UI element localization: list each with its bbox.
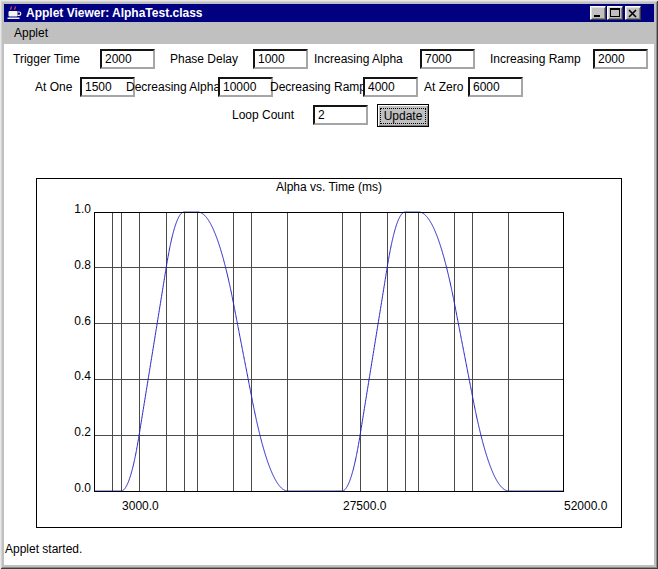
update-button[interactable]: Update [377, 104, 429, 127]
close-icon [628, 9, 638, 18]
trigger-time-field[interactable] [100, 49, 155, 69]
update-button-label: Update [381, 109, 426, 123]
close-button[interactable] [625, 6, 641, 20]
chart-gridlines [94, 212, 563, 491]
alpha-vs-time-chart: Alpha vs. Time (ms) 1.00.80.60.40.20.030… [37, 179, 621, 527]
svg-text:0.8: 0.8 [74, 258, 91, 272]
svg-text:0.0: 0.0 [74, 481, 91, 495]
maximize-icon [610, 8, 620, 18]
chart-title: Alpha vs. Time (ms) [276, 180, 382, 194]
applet-viewer-window: Applet Viewer: AlphaTest.class Applet Tr… [0, 0, 658, 569]
window-title: Applet Viewer: AlphaTest.class [26, 6, 203, 20]
minimize-icon [593, 8, 603, 18]
status-bar-text: Applet started. [5, 542, 82, 556]
trigger-time-label: Trigger Time [13, 52, 80, 66]
menu-bar: Applet [4, 22, 654, 44]
alpha-chart-panel: Alpha vs. Time (ms) 1.00.80.60.40.20.030… [36, 178, 622, 528]
increasing-ramp-label: Increasing Ramp [490, 52, 581, 66]
title-bar[interactable]: Applet Viewer: AlphaTest.class [4, 4, 654, 22]
decreasing-alpha-field[interactable] [218, 77, 273, 97]
phase-delay-label: Phase Delay [170, 52, 238, 66]
svg-text:3000.0: 3000.0 [122, 499, 159, 513]
chart-axis-labels: 1.00.80.60.40.20.03000.027500.052000.0 [74, 202, 607, 513]
minimize-button[interactable] [590, 6, 606, 20]
svg-text:0.2: 0.2 [74, 425, 91, 439]
svg-text:1.0: 1.0 [74, 202, 91, 216]
at-zero-label: At Zero [424, 80, 463, 94]
svg-text:52000.0: 52000.0 [564, 499, 608, 513]
maximize-button[interactable] [607, 6, 623, 20]
svg-text:0.6: 0.6 [74, 314, 91, 328]
svg-text:0.4: 0.4 [74, 369, 91, 383]
increasing-ramp-field[interactable] [593, 49, 648, 69]
plot-border [94, 212, 563, 491]
decreasing-ramp-field[interactable] [363, 77, 418, 97]
decreasing-ramp-label: Decreasing Ramp [270, 80, 366, 94]
increasing-alpha-label: Increasing Alpha [314, 52, 403, 66]
decreasing-alpha-label: Decreasing Alpha [126, 80, 220, 94]
java-applet-cup-icon [6, 5, 22, 21]
phase-delay-field[interactable] [253, 49, 308, 69]
menu-item-applet[interactable]: Applet [10, 25, 52, 41]
increasing-alpha-field[interactable] [420, 49, 475, 69]
at-one-label: At One [35, 80, 72, 94]
at-zero-field[interactable] [468, 77, 523, 97]
alpha-curve [94, 212, 563, 491]
loop-count-label: Loop Count [232, 108, 294, 122]
svg-text:27500.0: 27500.0 [343, 499, 387, 513]
applet-content: Trigger Time Phase Delay Increasing Alph… [4, 44, 654, 565]
loop-count-field[interactable] [313, 105, 368, 125]
